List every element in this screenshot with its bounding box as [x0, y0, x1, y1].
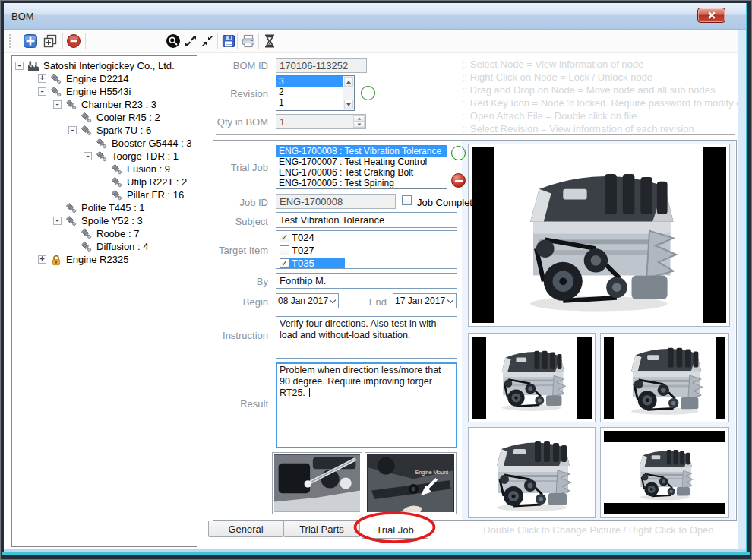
part-icon	[96, 150, 108, 163]
trial-job-listbox[interactable]: ENG-1700008 : Test Vibration Tolerance E…	[276, 145, 447, 189]
instruction-textarea[interactable]: Verify four directions. Also test in wit…	[276, 316, 457, 359]
engine-photo-2[interactable]	[600, 333, 729, 422]
tab-general[interactable]: General	[208, 521, 283, 537]
revision-label: Revision	[196, 88, 268, 100]
part-icon	[96, 138, 108, 150]
tab-trial-job[interactable]: Trial Job	[362, 520, 428, 539]
part-icon	[81, 125, 93, 137]
zoom-button[interactable]	[165, 33, 182, 49]
close-button[interactable]	[697, 8, 725, 23]
revision-scrollbar[interactable]	[343, 76, 354, 110]
remove-trial-job-button[interactable]	[451, 173, 466, 188]
tree-node[interactable]: -Spoile Y52 : 3	[12, 214, 197, 227]
spin-up-icon[interactable]	[353, 115, 365, 122]
collapse-all-button[interactable]	[199, 33, 216, 49]
engine-photo-art	[604, 442, 725, 502]
add-revision-button[interactable]	[361, 86, 375, 100]
chevron-down-icon	[447, 296, 453, 302]
trial-job-item[interactable]: ENG-1700005 : Test Spining	[276, 178, 447, 188]
expand-all-button[interactable]	[182, 33, 199, 49]
engine-photo-3[interactable]	[468, 427, 596, 518]
engine-photo-1[interactable]	[468, 333, 596, 422]
qty-label: Qty in BOM	[196, 116, 268, 128]
by-label: By	[196, 276, 268, 287]
tree-node[interactable]: Utilp R22T : 2	[12, 176, 197, 188]
result-textarea[interactable]: Problem when direction less/more that 90…	[276, 362, 457, 448]
toolbar-separator	[85, 33, 86, 49]
remove-node-button[interactable]	[65, 33, 82, 49]
text-caret	[309, 388, 310, 397]
tree-node[interactable]: Fusion : 9	[12, 163, 197, 176]
expander-icon[interactable]: -	[53, 100, 62, 109]
target-checkbox[interactable]: ✓	[280, 258, 289, 268]
target-checkbox[interactable]	[280, 245, 289, 255]
bom-tree: -Satoshi Interlogickey Co., Ltd. +Engine…	[11, 55, 197, 547]
target-item-listbox[interactable]: ✓ T024 T027 ✓ T035	[276, 230, 457, 269]
engine-mount-photo-art	[367, 454, 454, 512]
trial-job-label: Trial Job	[196, 162, 268, 173]
scroll-up-icon[interactable]	[344, 77, 353, 87]
qty-spinner[interactable]	[353, 115, 365, 128]
toolbar-separator	[258, 33, 259, 49]
attachment-photo-1[interactable]	[272, 452, 362, 514]
trial-job-item[interactable]: ENG-1700007 : Test Heating Control	[276, 157, 447, 167]
begin-date-picker[interactable]: 08 Jan 2017	[276, 293, 339, 308]
spin-down-icon[interactable]	[353, 122, 365, 128]
part-icon	[65, 215, 77, 227]
tree-node[interactable]: -Engine H5543i	[12, 85, 197, 98]
expander-icon[interactable]: -	[15, 62, 24, 70]
hourglass-icon	[262, 33, 277, 49]
tree-node[interactable]: -Spark 7U : 6	[12, 124, 197, 137]
window-inner-margin	[738, 30, 746, 549]
toolbar-grip[interactable]	[9, 34, 11, 49]
tree-node[interactable]: Diffusion : 4	[12, 240, 197, 253]
expander-icon[interactable]: -	[53, 217, 62, 225]
tree-node[interactable]: Roobe : 7	[12, 227, 197, 240]
part-icon	[50, 86, 62, 98]
engine-photo-4[interactable]	[600, 427, 729, 518]
job-completed-label: Job Completed	[417, 197, 483, 208]
tab-trial-parts[interactable]: Trial Parts	[283, 521, 360, 537]
bom-id-field: 170106-113252	[276, 58, 367, 73]
target-checkbox[interactable]: ✓	[280, 233, 289, 242]
attachment-photo-2[interactable]: Engine Mount	[365, 452, 457, 514]
revision-listbox[interactable]: 3 2 1	[276, 75, 355, 111]
pictures-panel	[462, 141, 735, 520]
print-button[interactable]	[240, 33, 257, 49]
tree-node[interactable]: Booster G5444 : 3	[12, 137, 197, 150]
tree-node[interactable]: -Chamber R23 : 3	[12, 98, 197, 111]
main-engine-photo[interactable]	[468, 144, 730, 327]
expander-icon[interactable]: +	[38, 74, 46, 83]
job-completed-checkbox[interactable]	[402, 195, 412, 205]
tree-node-company[interactable]: -Satoshi Interlogickey Co., Ltd.	[12, 59, 197, 72]
part-icon	[81, 228, 93, 240]
expander-icon[interactable]: -	[38, 87, 46, 96]
trial-job-item[interactable]: ENG-1700006 : Test Craking Bolt	[276, 167, 447, 178]
add-node-button[interactable]	[22, 33, 39, 49]
trial-job-item[interactable]: ENG-1700008 : Test Vibration Tolerance	[276, 146, 447, 157]
target-item-row[interactable]: ✓ T024	[276, 231, 457, 244]
tree-node-locked[interactable]: +Engine R2325	[12, 253, 197, 266]
expander-icon[interactable]: +	[38, 255, 46, 264]
target-item-row[interactable]: T027	[276, 244, 457, 257]
tree-node[interactable]: Polite T445 : 1	[12, 201, 197, 214]
hourglass-button[interactable]	[261, 33, 278, 49]
expander-icon[interactable]: -	[84, 152, 92, 160]
tree-node[interactable]: -Toorge TDR : 1	[12, 150, 197, 163]
by-field[interactable]: Fonthip M.	[276, 273, 457, 289]
scroll-down-icon[interactable]	[344, 100, 353, 109]
target-item-row[interactable]: ✓ T035	[276, 257, 457, 269]
expander-icon[interactable]: -	[68, 126, 77, 134]
save-button[interactable]	[220, 33, 237, 49]
picture-hint-text: Double Click to Change Picture / Right C…	[462, 524, 735, 536]
toolbar	[4, 30, 738, 53]
tree-node[interactable]: +Engine D2214	[12, 72, 197, 85]
end-date-picker[interactable]: 17 Jan 2017	[393, 293, 457, 308]
tree-node[interactable]: Cooler R45 : 2	[12, 111, 197, 124]
engine-photo-art	[472, 431, 592, 514]
tree-node[interactable]: Pillar FR : 16	[12, 188, 197, 201]
subject-field[interactable]: Test Vibration Tolerance	[276, 212, 457, 228]
add-trial-job-button[interactable]	[451, 146, 466, 160]
add-subnode-button[interactable]	[42, 33, 58, 49]
window-border-left	[1, 1, 4, 559]
